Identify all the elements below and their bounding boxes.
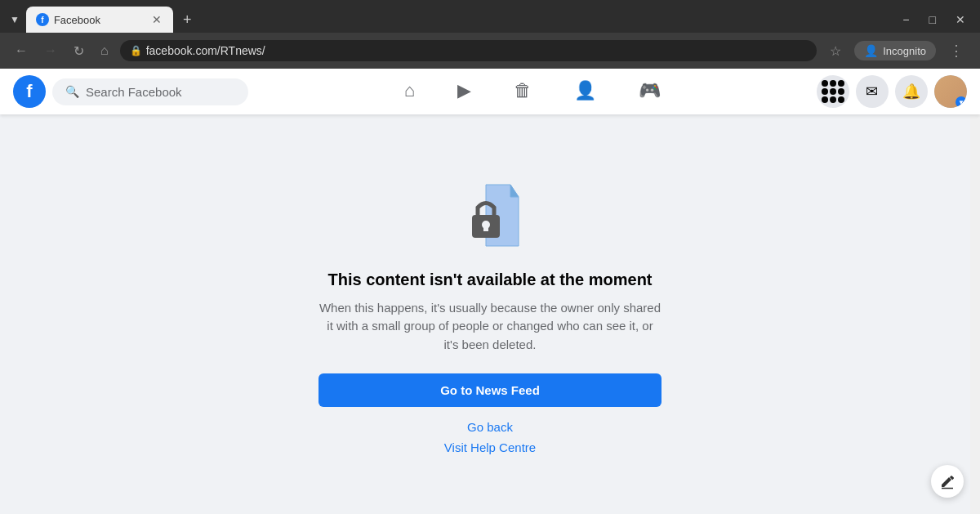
avatar[interactable]: ▼ xyxy=(934,75,967,108)
error-title: This content isn't available at the mome… xyxy=(327,270,652,289)
nav-video-button[interactable]: ▶ xyxy=(438,74,491,110)
bookmark-button[interactable]: ☆ xyxy=(823,40,848,62)
reload-button[interactable]: ↻ xyxy=(69,40,89,62)
scrollbar[interactable] xyxy=(970,69,980,514)
error-container: This content isn't available at the mome… xyxy=(318,181,662,458)
forward-button[interactable]: → xyxy=(39,40,62,61)
main-content: This content isn't available at the mome… xyxy=(0,114,980,514)
nav-gaming-button[interactable]: 🎮 xyxy=(619,74,680,110)
window-controls: − □ ✕ xyxy=(894,10,973,29)
tab-close-button[interactable]: ✕ xyxy=(150,11,163,28)
go-to-news-feed-button[interactable]: Go to News Feed xyxy=(318,373,662,407)
incognito-label: Incognito xyxy=(883,45,926,57)
search-bar[interactable]: 🔍 Search Facebook xyxy=(52,78,248,105)
go-back-link[interactable]: Go back xyxy=(467,420,513,434)
apps-button[interactable] xyxy=(817,75,849,108)
close-button[interactable]: ✕ xyxy=(947,10,973,29)
back-button[interactable]: ← xyxy=(10,40,33,61)
address-bar: ← → ↻ ⌂ 🔒 facebook.com/RTnews/ ☆ 👤 Incog… xyxy=(0,33,980,69)
minimize-button[interactable]: − xyxy=(894,10,917,29)
active-tab[interactable]: f Facebook ✕ xyxy=(26,7,173,33)
lock-icon: 🔒 xyxy=(130,45,142,56)
svg-rect-4 xyxy=(483,225,488,231)
nav-marketplace-button[interactable]: 🗑 xyxy=(494,74,551,110)
search-icon: 🔍 xyxy=(65,85,79,98)
facebook-logo[interactable]: f xyxy=(13,75,46,108)
avatar-dropdown-icon: ▼ xyxy=(956,96,967,108)
visit-help-centre-link[interactable]: Visit Help Centre xyxy=(444,440,536,454)
svg-marker-1 xyxy=(510,185,519,197)
url-bar[interactable]: 🔒 facebook.com/RTnews/ xyxy=(120,40,817,61)
browser-menu-button[interactable]: ⋮ xyxy=(942,38,970,63)
nav-home-button[interactable]: ⌂ xyxy=(385,74,434,110)
tab-favicon: f xyxy=(36,13,49,26)
error-description: When this happens, it's usually because … xyxy=(318,299,662,355)
tab-bar: ▼ f Facebook ✕ + − □ ✕ xyxy=(0,0,980,33)
error-illustration xyxy=(449,181,531,254)
edit-icon xyxy=(939,473,956,489)
messenger-button[interactable]: ✉ xyxy=(856,75,889,108)
apps-grid-icon xyxy=(822,80,844,103)
tab-title: Facebook xyxy=(54,14,145,26)
incognito-indicator: 👤 Incognito xyxy=(854,41,936,60)
new-tab-button[interactable]: + xyxy=(176,8,198,32)
facebook-navbar: f 🔍 Search Facebook ⌂ ▶ 🗑 👤 🎮 ✉ 🔔 xyxy=(0,69,980,114)
nav-right: ✉ 🔔 ▼ xyxy=(817,75,967,108)
incognito-icon: 👤 xyxy=(864,44,878,57)
notifications-button[interactable]: 🔔 xyxy=(895,75,928,108)
nav-center: ⌂ ▶ 🗑 👤 🎮 xyxy=(385,74,680,110)
home-button[interactable]: ⌂ xyxy=(96,40,114,61)
edit-fab-button[interactable] xyxy=(931,465,964,498)
url-text: facebook.com/RTnews/ xyxy=(146,44,265,57)
nav-people-button[interactable]: 👤 xyxy=(555,74,616,110)
search-placeholder: Search Facebook xyxy=(86,85,182,99)
tab-list-button[interactable]: ▼ xyxy=(7,11,23,29)
maximize-button[interactable]: □ xyxy=(921,10,944,29)
